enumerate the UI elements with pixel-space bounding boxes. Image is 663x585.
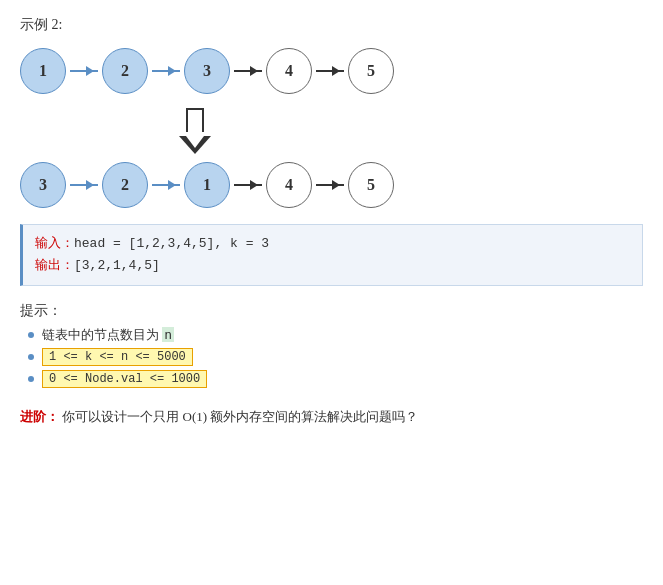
hint-item-2: 1 <= k <= n <= 5000 <box>28 348 643 366</box>
node-b-4: 4 <box>266 162 312 208</box>
hint-title: 提示： <box>20 302 643 320</box>
node-b-3: 3 <box>20 162 66 208</box>
hint-item-1: 链表中的节点数目为 n <box>28 326 643 344</box>
section-title: 示例 2: <box>20 16 643 34</box>
node-3: 3 <box>184 48 230 94</box>
arrow-1-2 <box>70 70 98 72</box>
input-value: head = [1,2,3,4,5], k = 3 <box>74 233 269 255</box>
arrow-b-2-1 <box>152 184 180 186</box>
node-b-2: 2 <box>102 162 148 208</box>
arrow-line-black <box>234 70 262 72</box>
node-1: 1 <box>20 48 66 94</box>
hint-text-1: 链表中的节点数目为 n <box>42 326 174 344</box>
arrow-line-black <box>234 184 262 186</box>
hint-highlight-3: 0 <= Node.val <= 1000 <box>42 370 207 388</box>
bullet-icon <box>28 332 34 338</box>
bullet-icon <box>28 376 34 382</box>
hint-item-3: 0 <= Node.val <= 1000 <box>28 370 643 388</box>
down-arrow-head <box>179 136 211 154</box>
n-highlight: n <box>162 327 174 342</box>
output-label: 输出： <box>35 255 74 277</box>
arrow-line <box>70 70 98 72</box>
down-arrow-container <box>180 108 210 154</box>
hint-highlight-2: 1 <= k <= n <= 5000 <box>42 348 193 366</box>
advanced-text: 你可以设计一个只用 O(1) 额外内存空间的算法解决此问题吗？ <box>62 409 418 424</box>
advanced-section: 进阶： 你可以设计一个只用 O(1) 额外内存空间的算法解决此问题吗？ <box>20 408 643 426</box>
arrow-3-4 <box>234 70 262 72</box>
input-line: 输入：head = [1,2,3,4,5], k = 3 <box>35 233 630 255</box>
arrow-b-4-5 <box>316 184 344 186</box>
bullet-icon <box>28 354 34 360</box>
output-value: [3,2,1,4,5] <box>74 255 160 277</box>
node-5: 5 <box>348 48 394 94</box>
arrow-4-5 <box>316 70 344 72</box>
node-b-1: 1 <box>184 162 230 208</box>
node-4: 4 <box>266 48 312 94</box>
node-b-5: 5 <box>348 162 394 208</box>
arrow-line-black <box>316 184 344 186</box>
down-arrow <box>180 108 210 154</box>
hint-list: 链表中的节点数目为 n 1 <= k <= n <= 5000 0 <= Nod… <box>20 326 643 388</box>
advanced-label: 进阶： <box>20 409 59 424</box>
diagram-area: 1 2 3 4 5 3 2 <box>20 48 643 214</box>
arrow-line-black <box>316 70 344 72</box>
arrow-b-3-2 <box>70 184 98 186</box>
bottom-node-row: 3 2 1 4 5 <box>20 162 394 208</box>
arrow-line <box>152 70 180 72</box>
arrow-line <box>152 184 180 186</box>
code-box: 输入：head = [1,2,3,4,5], k = 3 输出：[3,2,1,4… <box>20 224 643 286</box>
input-label: 输入： <box>35 233 74 255</box>
arrow-b-1-4 <box>234 184 262 186</box>
top-node-row: 1 2 3 4 5 <box>20 48 394 94</box>
arrow-2-3 <box>152 70 180 72</box>
arrow-line <box>70 184 98 186</box>
hint-section: 提示： 链表中的节点数目为 n 1 <= k <= n <= 5000 0 <=… <box>20 302 643 388</box>
output-line: 输出：[3,2,1,4,5] <box>35 255 630 277</box>
node-2: 2 <box>102 48 148 94</box>
